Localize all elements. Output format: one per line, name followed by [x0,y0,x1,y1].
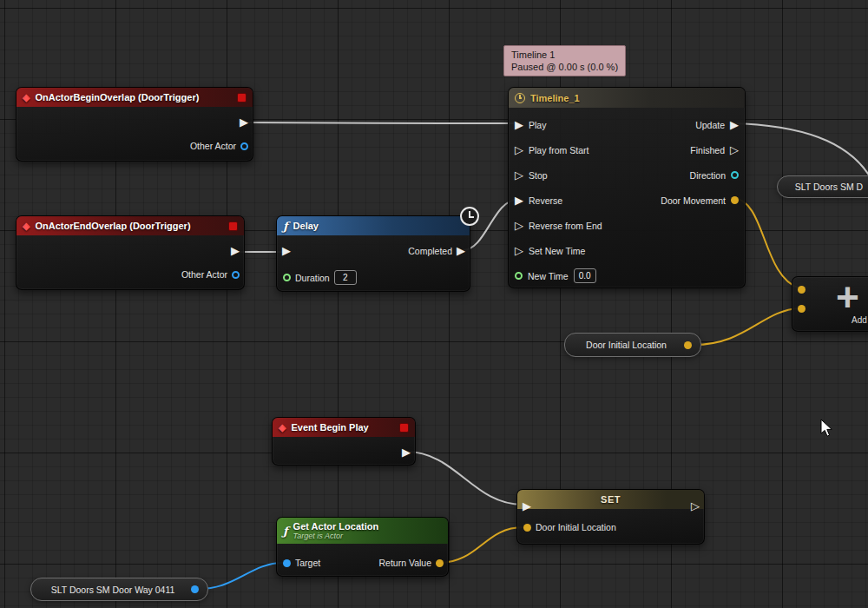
exec-out-pin[interactable]: ▶ [402,446,411,458]
play-exec-pin[interactable]: ▶ [515,119,523,130]
node-slt-door-way-variable[interactable]: SLT Doors SM Door Way 0411 [30,578,208,601]
node-slt-doors-variable[interactable]: SLT Doors SM D [777,175,868,198]
exec-out-pin[interactable]: ▶ [240,116,248,128]
pin-label: Play from Start [529,145,589,155]
function-icon: ƒ [283,220,288,233]
node-title: OnActorEndOverlap (DoorTrigger) [35,221,190,231]
pin-label: Direction [690,170,726,181]
node-title: Timeline_1 [530,93,580,103]
new-time-input[interactable]: 0.0 [574,268,596,283]
target-pin[interactable] [283,559,291,567]
other-actor-pin[interactable] [232,271,240,279]
wire-returnvalue-to-set[interactable] [438,527,523,563]
event-diamond-icon: ◈ [23,92,30,103]
wire-beginoverlap-to-timeline-play[interactable] [243,122,514,123]
play-from-start-exec-pin[interactable]: ▷ [515,144,523,155]
pin-row-finished: Finished ▷ [661,137,739,162]
node-header: SET [517,490,704,509]
wire-doorinitial-to-add[interactable] [694,308,799,345]
event-red-square-icon [228,221,238,231]
timeline-clock-icon [515,93,525,103]
node-title: OnActorBeginOverlap (DoorTrigger) [35,92,199,102]
pin-row-new-time: New Time 0.0 [515,263,602,288]
mouse-cursor [820,419,834,438]
pin-label: Reverse from End [529,221,602,231]
node-onactorendoverlap[interactable]: ◈ OnActorEndOverlap (DoorTrigger) ▶ Othe… [16,215,245,290]
completed-exec-pin[interactable]: ▶ [457,245,465,256]
exec-in-pin[interactable]: ▶ [282,245,291,256]
update-exec-pin[interactable]: ▶ [730,119,739,130]
pin-label: Stop [529,170,548,181]
duration-input[interactable]: 2 [334,270,357,285]
wire-beginplay-to-set[interactable] [406,452,523,505]
node-header: Timeline_1 [509,88,745,108]
variable-out-pin[interactable] [684,341,692,349]
pin-row-direction: Direction [661,162,739,188]
pin-label: Update [695,120,725,130]
set-value-pin[interactable] [523,524,531,532]
node-onactorbeginoverlap[interactable]: ◈ OnActorBeginOverlap (DoorTrigger) ▶ Ot… [16,87,253,162]
node-title: Get Actor Location [293,521,379,532]
pin-label: Return Value [378,558,431,568]
node-set-door-initial-location[interactable]: SET ▶ ▷ Door Initial Location [516,489,705,545]
new-time-pin[interactable] [515,272,523,280]
exec-out-pin[interactable]: ▶ [231,245,240,256]
finished-exec-pin[interactable]: ▷ [730,144,739,155]
add-input-b-pin[interactable] [798,305,806,313]
node-title: SET [601,494,621,505]
pin-row-reverse: ▶ Reverse [515,188,602,213]
node-event-begin-play[interactable]: ◈ Event Begin Play ▶ [272,417,416,466]
node-title: Add [852,315,867,325]
set-new-time-exec-pin[interactable]: ▷ [515,245,523,256]
pin-row-stop: ▷ Stop [515,162,602,188]
return-value-pin[interactable] [436,559,444,567]
other-actor-row: Other Actor [181,269,240,280]
stop-exec-pin[interactable]: ▷ [515,169,523,181]
other-actor-pin[interactable] [240,142,248,150]
variable-label: Door Initial Location [574,340,679,350]
pin-label: Reverse [529,195,562,206]
node-header: ◈ OnActorEndOverlap (DoorTrigger) [16,216,244,235]
timeline-tooltip: Timeline 1 Paused @ 0.00 s (0.0 %) [503,45,626,76]
plus-icon: + [836,277,859,317]
function-icon: ƒ [283,525,288,538]
door-movement-pin[interactable] [731,196,739,204]
add-input-a-pin[interactable] [798,286,806,294]
node-add[interactable]: + Add [792,276,868,332]
pin-label: Set New Time [529,246,585,256]
pin-label: Door Initial Location [536,522,616,532]
wire-timeline-update-offscreen[interactable] [732,123,868,182]
tooltip-status: Paused @ 0.00 s (0.0 %) [511,61,618,73]
node-header: ◈ Event Begin Play [273,418,415,437]
pin-label: New Time [528,271,569,281]
event-red-square-icon [237,93,247,102]
reverse-exec-pin[interactable]: ▶ [515,195,523,206]
variable-out-pin[interactable] [191,585,199,593]
pin-label: Other Actor [181,269,227,280]
tooltip-title: Timeline 1 [511,49,618,61]
duration-pin[interactable] [283,274,291,281]
node-timeline-1[interactable]: Timeline_1 ▶ Play ▷ Play from Start ▷ St… [508,87,746,288]
timeline-output-pins: Update ▶ Finished ▷ Direction Door Movem… [661,112,739,213]
exec-out-pin[interactable]: ▷ [691,500,700,512]
node-get-actor-location[interactable]: ƒ Get Actor Location Target is Actor Tar… [276,517,449,577]
node-delay[interactable]: ƒ Delay ▶ Completed ▶ Duration 2 [276,215,470,292]
timeline-input-pins: ▶ Play ▷ Play from Start ▷ Stop ▶ Revers… [515,112,602,288]
node-door-initial-location-get[interactable]: Door Initial Location [564,333,701,357]
pin-label: Other Actor [190,141,236,151]
pin-row-play-from-start: ▷ Play from Start [515,137,602,162]
pin-label: Completed [408,246,452,256]
wire-sltdoor-to-target[interactable] [199,563,283,589]
variable-label: SLT Doors SM Door Way 0411 [40,585,186,595]
target-row: Target [283,558,320,568]
reverse-from-end-exec-pin[interactable]: ▷ [515,220,523,231]
event-diamond-icon: ◈ [23,221,30,232]
direction-pin[interactable] [731,171,739,179]
exec-in-pin[interactable]: ▶ [523,500,531,512]
pin-row-door-movement: Door Movement [661,188,739,213]
blueprint-graph[interactable]: ◈ OnActorBeginOverlap (DoorTrigger) ▶ Ot… [0,0,868,608]
pin-row-reverse-from-end: ▷ Reverse from End [515,213,602,238]
duration-row: Duration 2 [283,270,357,285]
node-header: ƒ Delay [277,216,470,235]
latent-clock-icon [460,207,479,226]
